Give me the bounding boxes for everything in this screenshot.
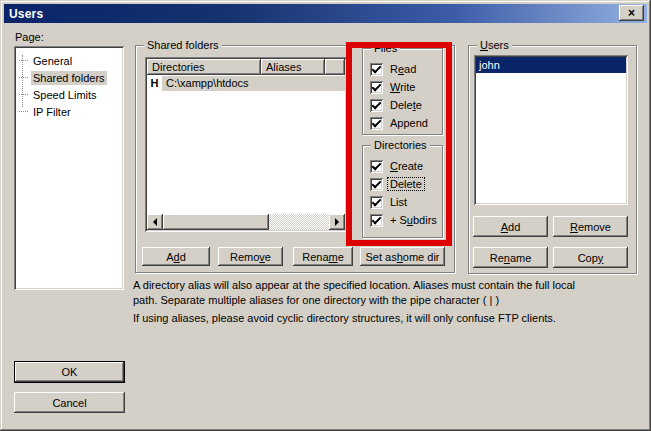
help-line: A directory alias will also appear at th… — [133, 278, 649, 293]
write-checkbox-label[interactable]: Write — [388, 81, 417, 93]
tree-connector — [19, 77, 28, 78]
files-group: Files Read Write Delete Append — [362, 48, 443, 135]
set-as-home-dir-button[interactable]: Set as home dir — [360, 247, 445, 266]
tree-item-label: General — [31, 54, 74, 68]
help-line: path. Separate multiple aliases for one … — [133, 293, 649, 308]
directory-path: C:\xampp\htdocs — [162, 76, 345, 91]
read-checkbox-label[interactable]: Read — [388, 63, 418, 75]
shared-rename-button[interactable]: Rename — [293, 247, 353, 266]
file-delete-checkbox[interactable] — [370, 99, 383, 112]
title-bar[interactable]: Users × — [4, 4, 647, 23]
directories-group-label: Directories — [371, 139, 430, 151]
directories-group: Directories Create Delete List + Subdirs — [362, 145, 443, 238]
user-copy-button[interactable]: Copy — [553, 247, 628, 268]
user-row-john[interactable]: john — [476, 57, 626, 73]
create-checkbox-label[interactable]: Create — [388, 160, 425, 172]
list-header-row: Directories Aliases — [147, 59, 345, 75]
help-line: If using aliases, please avoid cyclic di… — [133, 311, 649, 326]
column-header-aliases[interactable]: Aliases — [261, 59, 325, 75]
tree-item-speed-limits[interactable]: Speed Limits — [16, 86, 122, 103]
home-dir-marker: H — [147, 77, 162, 89]
tree-item-label: IP Filter — [31, 105, 73, 119]
directory-row[interactable]: H C:\xampp\htdocs — [147, 75, 345, 91]
help-text: A directory alias will also appear at th… — [133, 278, 649, 326]
file-delete-checkbox-label[interactable]: Delete — [388, 99, 424, 111]
tree-item-label: Shared folders — [31, 71, 107, 85]
users-dialog: Users × Page: General Shared folders Spe… — [0, 0, 651, 431]
subdirs-checkbox-label[interactable]: + Subdirs — [388, 214, 439, 226]
shared-folders-group-label: Shared folders — [144, 39, 222, 51]
scrollbar-thumb[interactable] — [163, 214, 269, 230]
tree-connector — [19, 94, 28, 95]
tree-item-ip-filter[interactable]: IP Filter — [16, 103, 122, 120]
list-checkbox-label[interactable]: List — [388, 196, 409, 208]
page-label: Page: — [15, 31, 44, 43]
scroll-left-icon[interactable] — [147, 214, 163, 230]
list-checkbox[interactable] — [370, 196, 383, 209]
dirs-subdirs-row: + Subdirs — [370, 212, 439, 228]
user-add-button[interactable]: Add — [473, 216, 548, 237]
column-header-filler — [325, 59, 345, 75]
window-title: Users — [9, 7, 43, 21]
dirs-create-row: Create — [370, 158, 425, 174]
page-tree: General Shared folders Speed Limits IP F… — [14, 46, 124, 290]
shared-add-button[interactable]: Add — [142, 247, 210, 266]
tree-item-general[interactable]: General — [16, 52, 122, 69]
tree-item-label: Speed Limits — [31, 88, 99, 102]
horizontal-scrollbar[interactable] — [147, 214, 345, 230]
files-delete-row: Delete — [370, 97, 424, 113]
read-checkbox[interactable] — [370, 63, 383, 76]
files-group-label: Files — [371, 42, 400, 54]
append-checkbox[interactable] — [370, 117, 383, 130]
user-remove-button[interactable]: Remove — [553, 216, 628, 237]
scroll-right-icon[interactable] — [329, 214, 345, 230]
files-append-row: Append — [370, 115, 430, 131]
dir-delete-checkbox[interactable] — [370, 178, 383, 191]
close-icon[interactable]: × — [619, 5, 644, 21]
dirs-list-row: List — [370, 194, 409, 210]
files-read-row: Read — [370, 61, 418, 77]
shared-folders-list: Directories Aliases H C:\xampp\htdocs — [145, 57, 347, 232]
tree-item-shared-folders[interactable]: Shared folders — [16, 69, 122, 86]
user-rename-button[interactable]: Rename — [473, 247, 548, 268]
dir-delete-checkbox-label[interactable]: Delete — [388, 178, 424, 190]
write-checkbox[interactable] — [370, 81, 383, 94]
create-checkbox[interactable] — [370, 160, 383, 173]
tree-connector — [19, 60, 28, 61]
cancel-button[interactable]: Cancel — [14, 392, 125, 413]
subdirs-checkbox[interactable] — [370, 214, 383, 227]
append-checkbox-label[interactable]: Append — [388, 117, 430, 129]
users-group-label: Users — [477, 39, 512, 51]
dirs-delete-row: Delete — [370, 176, 424, 192]
users-list: john — [474, 55, 628, 205]
column-header-directories[interactable]: Directories — [147, 59, 261, 75]
shared-remove-button[interactable]: Remove — [218, 247, 283, 266]
ok-button[interactable]: OK — [14, 361, 125, 383]
tree-connector — [19, 111, 28, 112]
files-write-row: Write — [370, 79, 417, 95]
